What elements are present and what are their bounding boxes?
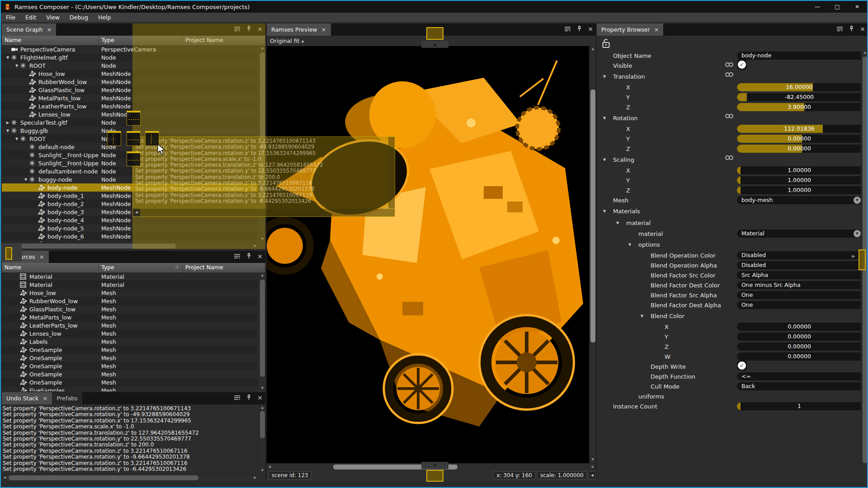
menu-help[interactable]: Help [93,13,116,22]
preview-viewport[interactable] [267,46,590,481]
expander-icon[interactable]: ▼ [641,314,643,318]
dock-indicator-left[interactable] [107,131,121,146]
resource-rubberwood-low[interactable]: RubberWood_lowMesh [2,297,258,305]
tab-property-browser[interactable]: Property Browser × [597,23,663,36]
checkbox-depth-write[interactable]: ✓ [737,361,747,371]
sort-indicator-icon[interactable]: △ [175,264,179,269]
tab-scene-graph[interactable]: Scene Graph × [2,23,56,36]
dock-indicator-top[interactable] [127,111,141,126]
status-scroll-left-icon[interactable]: ◀ [589,471,596,479]
resource-onesample[interactable]: OneSampleMesh [2,362,258,370]
dropdown-mesh[interactable]: body-mesh▼ [737,196,861,204]
field-blend-factor-dest-alpha[interactable]: One [737,301,861,309]
resource-material[interactable]: MaterialMaterial [2,272,258,281]
title-bar[interactable]: Ramses Composer - (C:/Users/Uwe Kindler/… [1,1,867,13]
undo-log-line[interactable]: Set property 'PerspectiveCamera.rotation… [3,448,258,454]
dropdown-material[interactable]: Material▼ [737,230,861,238]
dock-indicator-bottom[interactable] [127,151,141,166]
undo-log[interactable]: Set property 'PerspectiveCamera.rotation… [3,406,258,474]
slider-y[interactable]: 1.00000 [737,176,861,184]
tab-prefabs[interactable]: Prefabs [52,392,82,404]
column-name[interactable]: Name [2,263,99,272]
maximize-button[interactable]: □ [827,1,847,13]
resource-hose-low[interactable]: Hose_lowMesh [2,289,258,297]
close-button[interactable]: ✕ [847,1,867,13]
slider-instance count[interactable]: 1 [737,402,861,410]
slider-x[interactable]: 112.01836 [737,125,861,133]
field-object-name[interactable]: body-node [737,52,861,60]
tab-close-icon[interactable]: × [654,26,659,33]
tab-close-icon[interactable]: × [39,253,44,260]
tab-ramses-preview[interactable]: Ramses Preview × [267,23,331,36]
resource-leatherparts-low[interactable]: LeatherParts_lowMesh [2,321,258,329]
resource-glassplastic-low[interactable]: GlassPlastic_lowMesh [2,305,258,313]
link-icon[interactable] [725,62,734,67]
panel-menu-icon[interactable] [836,26,843,32]
dock-edge-indicator-top[interactable] [426,27,443,40]
resource-onesample[interactable]: OneSampleMesh [2,354,258,362]
undo-log-line[interactable]: Set property 'PerspectiveCamera.rotation… [3,418,258,424]
dock-edge-indicator-right[interactable] [859,249,866,270]
expander-icon[interactable]: ▼ [14,137,20,141]
slider-x[interactable]: 0.00000 [737,323,861,331]
field-blend-factor-src-color[interactable]: Src Alpha [737,271,861,279]
slider-y[interactable]: 0.00000 [737,135,861,143]
resource-metalparts-low[interactable]: MetalParts_lowMesh [2,313,258,321]
pin-icon[interactable] [849,26,854,32]
link-icon[interactable] [725,72,734,77]
undo-log-line[interactable]: Set property 'PerspectiveCamera.rotation… [3,406,258,412]
panel-close-icon[interactable]: × [860,26,865,32]
resource-lenses-low[interactable]: Lenses_lowMesh [2,329,258,338]
expander-icon[interactable]: ▶ [5,121,11,125]
expander-icon[interactable]: ▼ [603,116,606,120]
panel-menu-icon[interactable] [564,26,571,32]
expander-icon[interactable]: ▼ [23,178,29,182]
undo-log-line[interactable]: Set property 'PerspectiveCamera.translat… [3,442,258,448]
checkbox-visible[interactable]: ✓ [737,60,747,70]
panel-menu-icon[interactable] [234,395,241,400]
dock-edge-indicator-left[interactable] [5,247,12,260]
link-icon[interactable] [725,114,734,118]
slider-y[interactable]: -82.45000 [737,93,861,101]
link-icon[interactable] [725,155,734,160]
expander-icon[interactable]: ▼ [5,129,11,133]
resources-header[interactable]: Name Type △ Project Name [2,263,265,272]
field-blend-factor-src-alpha[interactable]: One [737,291,861,299]
tab-close-icon[interactable]: × [47,26,52,33]
resource-fivesamples[interactable]: FiveSamplesMesh [2,386,258,391]
field-blend-factor-dest-color[interactable]: One minus Src Alpha [737,281,861,289]
pin-icon[interactable] [577,26,582,32]
field-blend-operation-alpha[interactable]: Disabled [737,261,861,269]
column-type[interactable]: Type △ [99,263,183,272]
undo-log-line[interactable]: Set property 'PerspectiveCamera.rotation… [3,460,258,466]
slider-z[interactable]: 1.00000 [737,186,861,194]
resource-labels[interactable]: LabelsMesh [2,338,258,346]
expander-icon[interactable]: ▼ [603,158,606,162]
slider-z[interactable]: 3.90000 [737,103,861,111]
slider-y[interactable]: 0.00000 [737,333,861,341]
expander-icon[interactable]: ▼ [5,56,11,60]
tab-undo-stack[interactable]: Undo Stack × [2,392,52,404]
tab-close-icon[interactable]: × [321,26,326,33]
resource-onesample[interactable]: OneSampleMesh [2,378,258,386]
dropdown-arrow-icon[interactable]: ▼ [854,230,861,237]
expander-icon[interactable]: ▼ [603,75,606,79]
menu-debug[interactable]: Debug [65,13,93,22]
resources-vscrollbar[interactable]: ▲ ▼ [259,272,265,391]
slider-z[interactable]: 0.00000 [737,343,861,351]
expander-icon[interactable]: ▼ [616,221,619,225]
undo-log-line[interactable]: Set property 'PerspectiveCamera.rotation… [3,454,258,460]
expander-icon[interactable]: ▼ [603,209,606,213]
field-cull-mode[interactable]: Back [737,382,861,390]
dock-indicator-center[interactable] [127,131,141,146]
slider-x[interactable]: 1.00000 [737,166,861,174]
slider-w[interactable]: 0.00000 [737,352,861,361]
expander-icon[interactable]: ▼ [628,243,631,247]
panel-menu-icon[interactable] [234,253,241,259]
menu-view[interactable]: View [41,13,65,22]
lock-icon[interactable] [602,38,610,48]
resource-onesample[interactable]: OneSampleMesh [2,346,258,354]
undo-log-line[interactable]: Set property 'PerspectiveCamera.rotation… [3,466,258,472]
pin-icon[interactable] [246,253,251,259]
preview-vscrollbar[interactable]: ▲ ▼ [589,46,596,463]
